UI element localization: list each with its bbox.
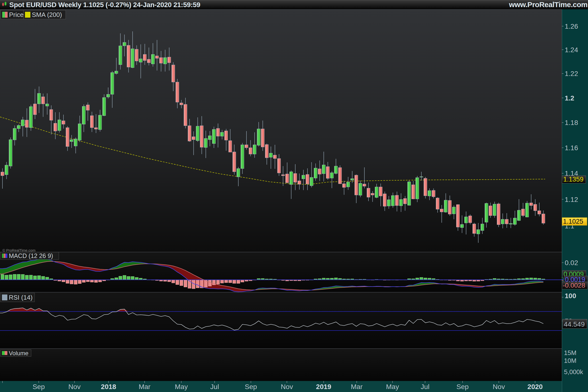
svg-text:Sep: Sep	[32, 383, 45, 390]
svg-text:2018: 2018	[101, 383, 116, 390]
svg-text:1.22: 1.22	[565, 70, 578, 78]
svg-text:1.18: 1.18	[565, 119, 578, 126]
svg-text:MACD (12 26 9): MACD (12 26 9)	[9, 252, 53, 259]
svg-text:Nov: Nov	[493, 383, 505, 390]
svg-text:1.1359: 1.1359	[563, 176, 584, 183]
svg-text:1.24: 1.24	[565, 46, 578, 54]
svg-text:44.549: 44.549	[564, 320, 585, 328]
svg-text:-0.0028: -0.0028	[563, 282, 585, 289]
svg-text:Volume: Volume	[9, 350, 28, 356]
svg-text:5,000k: 5,000k	[564, 368, 583, 376]
svg-text:Nov: Nov	[68, 383, 80, 390]
svg-text:Spot EUR/USD Weekly 1.1025 (-0: Spot EUR/USD Weekly 1.1025 (-0.27%) 24-J…	[9, 1, 200, 8]
svg-text:Jul: Jul	[210, 383, 219, 390]
svg-text:15M: 15M	[564, 349, 576, 356]
svg-text:Jul: Jul	[421, 383, 430, 390]
svg-text:1.26: 1.26	[565, 22, 578, 30]
svg-text:Mar: Mar	[139, 383, 150, 390]
svg-text:www.ProRealTime.com: www.ProRealTime.com	[508, 0, 588, 8]
svg-text:May: May	[386, 383, 399, 390]
svg-text:1.2: 1.2	[565, 94, 574, 102]
svg-text:1.1025: 1.1025	[563, 218, 583, 225]
svg-text:1.16: 1.16	[565, 144, 578, 152]
svg-text:Sep: Sep	[245, 383, 257, 390]
svg-text:Price: Price	[9, 11, 24, 18]
svg-text:© ProRealTime.com: © ProRealTime.com	[2, 248, 36, 252]
svg-text:Mar: Mar	[351, 383, 362, 390]
svg-text:2020: 2020	[528, 383, 543, 390]
svg-text:0.02: 0.02	[565, 259, 578, 266]
svg-text:RSI (14): RSI (14)	[9, 294, 32, 301]
svg-text:10M: 10M	[564, 357, 576, 364]
svg-text:May: May	[175, 383, 188, 390]
svg-text:SMA (200): SMA (200)	[32, 11, 62, 18]
svg-text:1.12: 1.12	[565, 196, 578, 203]
svg-text:Sep: Sep	[456, 383, 469, 390]
svg-text:2019: 2019	[316, 383, 331, 390]
svg-text:Nov: Nov	[281, 383, 293, 390]
svg-text:100: 100	[565, 292, 576, 300]
